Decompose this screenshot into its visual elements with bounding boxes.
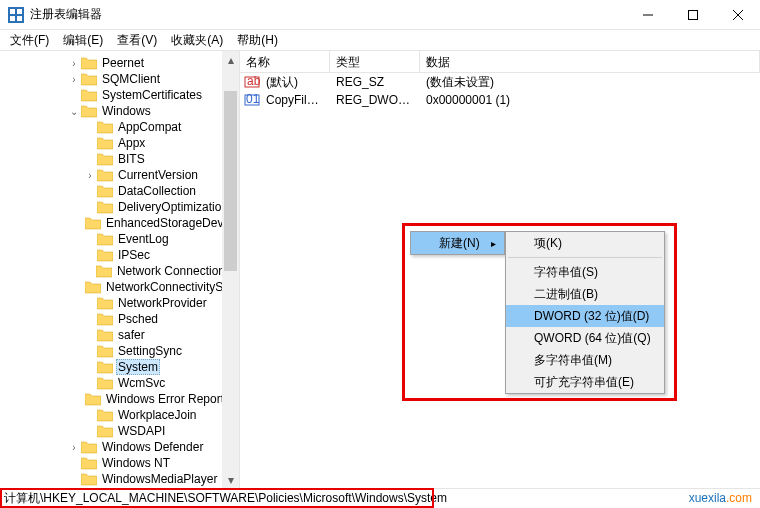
list-row[interactable]: 011CopyFileBuffer...REG_DWORD0x00000001 … xyxy=(240,91,760,109)
menu-favorites[interactable]: 收藏夹(A) xyxy=(165,30,229,51)
tree-node[interactable]: ›CurrentVersion xyxy=(0,167,239,183)
tree-label: SystemCertificates xyxy=(100,88,204,102)
tree-node[interactable]: DataCollection xyxy=(0,183,239,199)
ctx-item[interactable]: 可扩充字符串值(E) xyxy=(506,371,664,393)
context-menu: 新建(N) xyxy=(410,231,505,255)
menubar: 文件(F) 编辑(E) 查看(V) 收藏夹(A) 帮助(H) xyxy=(0,30,760,50)
tree-node[interactable]: BITS xyxy=(0,151,239,167)
tree-node[interactable]: ›Python xyxy=(0,487,239,488)
ctx-item[interactable]: DWORD (32 位)值(D) xyxy=(506,305,664,327)
scroll-down-icon[interactable]: ▾ xyxy=(222,471,239,488)
ctx-new[interactable]: 新建(N) xyxy=(411,232,504,254)
tree-node[interactable]: NetworkProvider xyxy=(0,295,239,311)
folder-icon xyxy=(81,456,97,470)
tree-node[interactable]: DeliveryOptimization xyxy=(0,199,239,215)
svg-rect-1 xyxy=(10,9,15,14)
col-data[interactable]: 数据 xyxy=(420,51,760,72)
tree-label: Appx xyxy=(116,136,147,150)
folder-icon xyxy=(81,56,97,70)
tree-node[interactable]: EnhancedStorageDevices xyxy=(0,215,239,231)
tree-label: AppCompat xyxy=(116,120,183,134)
folder-icon xyxy=(97,136,113,150)
tree-node[interactable]: safer xyxy=(0,327,239,343)
tree-node[interactable]: Windows Error Reporting xyxy=(0,391,239,407)
cell-name: CopyFileBuffer... xyxy=(260,92,330,108)
col-name[interactable]: 名称 xyxy=(240,51,330,72)
close-button[interactable] xyxy=(715,0,760,30)
ctx-item[interactable]: QWORD (64 位)值(Q) xyxy=(506,327,664,349)
menu-separator xyxy=(508,257,662,258)
menu-help[interactable]: 帮助(H) xyxy=(231,30,284,51)
tree-label: Windows xyxy=(100,104,153,118)
tree-node[interactable]: WcmSvc xyxy=(0,375,239,391)
col-type[interactable]: 类型 xyxy=(330,51,420,72)
svg-rect-6 xyxy=(688,10,697,19)
tree-label: DeliveryOptimization xyxy=(116,200,230,214)
tree-node[interactable]: AppCompat xyxy=(0,119,239,135)
cell-data: 0x00000001 (1) xyxy=(420,92,760,108)
expander-icon[interactable]: ⌄ xyxy=(68,106,80,117)
folder-icon xyxy=(97,360,113,374)
tree-label: Windows Defender xyxy=(100,440,205,454)
expander-icon[interactable]: › xyxy=(84,170,96,181)
tree-label: WindowsMediaPlayer xyxy=(100,472,219,486)
ctx-item[interactable]: 二进制值(B) xyxy=(506,283,664,305)
folder-icon xyxy=(85,216,101,230)
ctx-item[interactable]: 多字符串值(M) xyxy=(506,349,664,371)
tree-node[interactable]: WorkplaceJoin xyxy=(0,407,239,423)
tree-node[interactable]: Windows NT xyxy=(0,455,239,471)
tree-node[interactable]: System xyxy=(0,359,239,375)
expander-icon[interactable]: › xyxy=(68,442,80,453)
tree-label: BITS xyxy=(116,152,147,166)
tree-scrollbar[interactable]: ▴ ▾ xyxy=(222,51,239,488)
folder-icon xyxy=(81,472,97,486)
expander-icon[interactable]: › xyxy=(68,74,80,85)
tree-node[interactable]: ›Peernet xyxy=(0,55,239,71)
expander-icon[interactable]: › xyxy=(68,58,80,69)
titlebar: 注册表编辑器 xyxy=(0,0,760,30)
tree-node[interactable]: ›Windows Defender xyxy=(0,439,239,455)
ctx-new-label: 新建(N) xyxy=(439,235,480,252)
tree-node[interactable]: EventLog xyxy=(0,231,239,247)
menu-edit[interactable]: 编辑(E) xyxy=(57,30,109,51)
tree-node[interactable]: WSDAPI xyxy=(0,423,239,439)
menu-view[interactable]: 查看(V) xyxy=(111,30,163,51)
tree-panel: ›Peernet›SQMClientSystemCertificates⌄Win… xyxy=(0,51,240,488)
maximize-button[interactable] xyxy=(670,0,715,30)
tree-node[interactable]: SystemCertificates xyxy=(0,87,239,103)
ctx-item[interactable]: 字符串值(S) xyxy=(506,261,664,283)
tree-label: DataCollection xyxy=(116,184,198,198)
folder-icon xyxy=(97,200,113,214)
tree-label: IPSec xyxy=(116,248,152,262)
tree-node[interactable]: SettingSync xyxy=(0,343,239,359)
tree-label: System xyxy=(116,359,160,375)
tree-label: Windows NT xyxy=(100,456,172,470)
menu-file[interactable]: 文件(F) xyxy=(4,30,55,51)
tree-node[interactable]: NetworkConnectivityStatusI xyxy=(0,279,239,295)
cell-type: REG_DWORD xyxy=(330,92,420,108)
tree-label: Windows Error Reporting xyxy=(104,392,240,406)
svg-text:ab: ab xyxy=(247,74,260,88)
tree-node[interactable]: ›SQMClient xyxy=(0,71,239,87)
window-title: 注册表编辑器 xyxy=(30,6,625,23)
tree-node[interactable]: ⌄Windows xyxy=(0,103,239,119)
ctx-item[interactable]: 项(K) xyxy=(506,232,664,254)
list-row[interactable]: ab(默认)REG_SZ(数值未设置) xyxy=(240,73,760,91)
scroll-up-icon[interactable]: ▴ xyxy=(222,51,239,68)
scroll-thumb[interactable] xyxy=(224,91,237,271)
tree-node[interactable]: Psched xyxy=(0,311,239,327)
statusbar: 计算机\HKEY_LOCAL_MACHINE\SOFTWARE\Policies… xyxy=(0,488,760,508)
tree-node[interactable]: Appx xyxy=(0,135,239,151)
binary-value-icon: 011 xyxy=(244,92,260,108)
tree-node[interactable]: WindowsMediaPlayer xyxy=(0,471,239,487)
tree-node[interactable]: IPSec xyxy=(0,247,239,263)
minimize-button[interactable] xyxy=(625,0,670,30)
folder-icon xyxy=(97,328,113,342)
tree-label: SettingSync xyxy=(116,344,184,358)
tree-label: EventLog xyxy=(116,232,171,246)
folder-icon xyxy=(97,232,113,246)
folder-icon xyxy=(97,184,113,198)
context-submenu: 项(K)字符串值(S)二进制值(B)DWORD (32 位)值(D)QWORD … xyxy=(505,231,665,394)
tree-node[interactable]: Network Connections xyxy=(0,263,239,279)
svg-rect-4 xyxy=(17,16,22,21)
